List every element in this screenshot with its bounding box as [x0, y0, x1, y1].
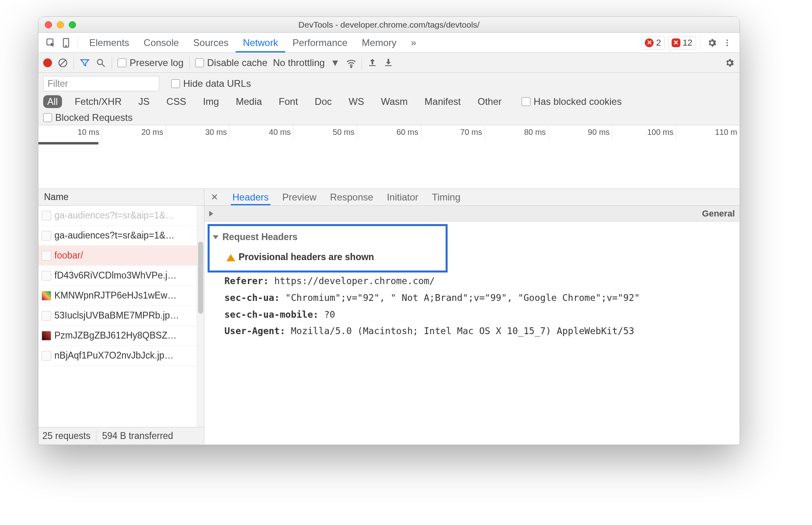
highlight-box: Request Headers Provisional headers are … [208, 224, 448, 273]
clear-icon[interactable] [58, 58, 68, 68]
error-count-circle[interactable]: ✕ 2 [641, 36, 664, 50]
filter-type-media[interactable]: Media [232, 95, 266, 108]
filter-type-other[interactable]: Other [474, 95, 506, 108]
tab-network[interactable]: Network [236, 33, 285, 52]
tab-preview[interactable]: Preview [281, 189, 318, 205]
request-row-selected[interactable]: foobar/ [38, 246, 204, 266]
request-row[interactable]: ga-audiences?t=sr&aip=1&… [38, 226, 204, 246]
timeline-tick: 90 ms [549, 125, 612, 140]
filter-type-doc[interactable]: Doc [311, 95, 336, 108]
zoom-window-icon[interactable] [69, 21, 76, 28]
separator [112, 57, 112, 69]
header-row: Referer: https://developer.chrome.com/ [211, 274, 732, 289]
tab-performance[interactable]: Performance [285, 33, 354, 52]
tab-console[interactable]: Console [136, 33, 186, 52]
separator [96, 431, 96, 442]
section-request-headers[interactable]: Request Headers [213, 230, 441, 244]
filter-type-img[interactable]: Img [199, 95, 223, 108]
transferred-size: 594 B transferred [102, 431, 173, 441]
separator [362, 57, 362, 69]
header-row: User-Agent: Mozilla/5.0 (Macintosh; Inte… [211, 324, 732, 339]
filter-input[interactable]: Filter [43, 76, 159, 91]
inspect-element-icon[interactable] [43, 35, 58, 50]
status-bar: 25 requests 594 B transferred [38, 427, 204, 445]
checkbox-icon [43, 113, 52, 122]
tab-response[interactable]: Response [328, 189, 375, 205]
network-conditions-icon[interactable] [346, 58, 356, 68]
separator [700, 36, 700, 49]
download-har-icon[interactable] [384, 58, 394, 68]
timeline-bar [38, 142, 98, 144]
settings-gear-icon[interactable] [704, 35, 720, 50]
error-count-square[interactable]: ✕ 12 [668, 36, 696, 50]
record-button[interactable] [43, 58, 52, 67]
file-icon [42, 351, 51, 361]
filter-type-js[interactable]: JS [134, 95, 154, 108]
image-icon [42, 331, 51, 341]
file-icon [42, 311, 51, 321]
filter-type-css[interactable]: CSS [162, 95, 190, 108]
preserve-log-checkbox[interactable]: Preserve log [118, 57, 184, 68]
filter-type-fetch-xhr[interactable]: Fetch/XHR [71, 95, 126, 108]
error-icon: ✕ [645, 38, 654, 47]
checkbox-icon [118, 58, 126, 67]
filter-type-ws[interactable]: WS [345, 95, 368, 108]
request-row[interactable]: fD43v6RiVCDlmo3WhVPe.j… [38, 266, 204, 286]
timeline-tick: 50 ms [294, 125, 357, 140]
devtools-window: DevTools - developer.chrome.com/tags/dev… [38, 16, 740, 445]
request-count: 25 requests [42, 431, 90, 441]
timeline-tick: 20 ms [102, 125, 166, 140]
close-window-icon[interactable] [45, 21, 52, 28]
header-row: sec-ch-ua: "Chromium";v="92", " Not A;Br… [211, 291, 732, 305]
disable-cache-checkbox[interactable]: Disable cache [195, 57, 268, 68]
svg-rect-11 [369, 65, 376, 66]
request-row[interactable]: 53IuclsjUVBaBME7MPRb.jp… [38, 306, 204, 326]
request-list-header[interactable]: Name [38, 189, 204, 206]
scrollbar[interactable] [197, 206, 204, 427]
kebab-menu-icon[interactable] [720, 35, 735, 50]
tab-memory[interactable]: Memory [355, 33, 404, 52]
file-icon [42, 271, 51, 281]
filter-type-wasm[interactable]: Wasm [377, 95, 412, 108]
timeline-tick: 30 ms [166, 125, 230, 140]
tab-sources[interactable]: Sources [186, 33, 236, 52]
request-row[interactable]: PzmJZBgZBJ612Hy8QBSZ… [38, 326, 204, 346]
scrollbar-thumb[interactable] [198, 242, 203, 314]
throttling-dropdown[interactable]: No throttling ▼ [273, 57, 340, 68]
device-toolbar-icon[interactable] [58, 35, 74, 50]
separator [74, 57, 74, 69]
request-row[interactable]: nBjAqf1PuX7O2nvJbJck.jp… [38, 346, 204, 366]
filter-type-all[interactable]: All [43, 95, 62, 108]
tab-timing[interactable]: Timing [430, 189, 462, 205]
title-bar[interactable]: DevTools - developer.chrome.com/tags/dev… [38, 17, 740, 33]
timeline-tick: 10 ms [38, 125, 102, 140]
tab-elements[interactable]: Elements [82, 33, 136, 52]
search-icon[interactable] [96, 58, 106, 68]
request-row[interactable]: KMNWpnRJTP6eHJs1wEw… [38, 286, 204, 306]
minimize-window-icon[interactable] [57, 21, 64, 28]
filter-funnel-icon[interactable] [80, 58, 90, 68]
filter-type-manifest[interactable]: Manifest [420, 95, 465, 108]
close-detail-button[interactable]: ✕ [208, 192, 220, 202]
svg-point-8 [97, 59, 102, 64]
hide-data-urls-checkbox[interactable]: Hide data URLs [171, 78, 251, 89]
disclosure-down-icon [213, 235, 218, 239]
section-general[interactable]: General [204, 206, 740, 222]
blocked-requests-checkbox[interactable]: Blocked Requests [43, 112, 132, 123]
request-row[interactable]: ga-audiences?t=sr&aip=1&… [38, 206, 204, 226]
timeline-overview[interactable]: 10 ms 20 ms 30 ms 40 ms 50 ms 60 ms 70 m… [38, 125, 740, 189]
request-list[interactable]: ga-audiences?t=sr&aip=1&… ga-audiences?t… [38, 206, 204, 427]
svg-point-3 [726, 39, 728, 41]
network-settings-gear-icon[interactable] [724, 58, 735, 68]
file-icon [42, 251, 51, 260]
tab-headers[interactable]: Headers [231, 189, 270, 205]
filter-type-font[interactable]: Font [275, 95, 302, 108]
tab-more[interactable]: » [404, 33, 423, 52]
request-list-panel: Name ga-audiences?t=sr&aip=1&… ga-audien… [38, 189, 204, 445]
tab-initiator[interactable]: Initiator [385, 189, 420, 205]
provisional-headers-warning: Provisional headers are shown [238, 252, 374, 262]
upload-har-icon[interactable] [368, 58, 378, 68]
checkbox-icon [195, 58, 204, 67]
timeline-tick: 100 ms [612, 125, 676, 140]
has-blocked-cookies-checkbox[interactable]: Has blocked cookies [522, 96, 622, 107]
